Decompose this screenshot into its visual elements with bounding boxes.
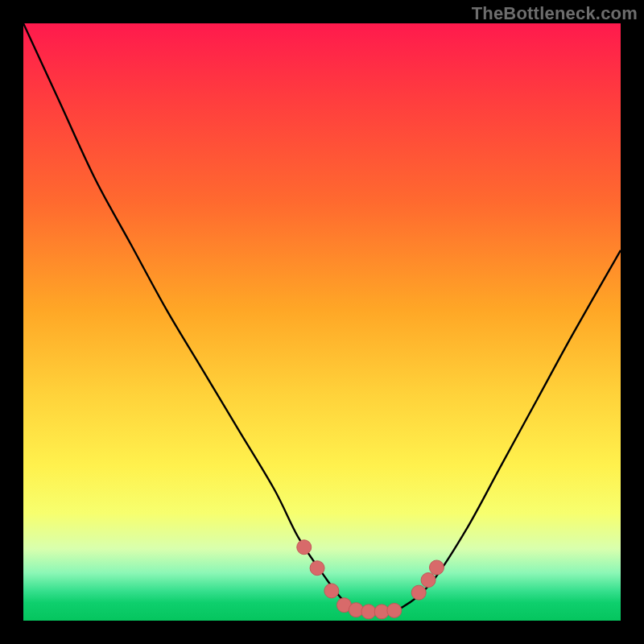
curve-marker: [297, 540, 312, 555]
curve-marker: [310, 561, 324, 576]
curve-marker: [349, 603, 363, 617]
curve-marker: [429, 560, 444, 575]
bottleneck-curve: [23, 23, 621, 614]
curve-marker: [324, 584, 339, 598]
curve-marker: [361, 605, 376, 619]
curve-marker: [421, 573, 436, 588]
plot-area: [23, 23, 621, 621]
curve-markers: [297, 540, 444, 619]
curve-marker: [387, 603, 402, 617]
chart-frame: TheBottleneck.com: [0, 0, 644, 644]
chart-svg: [23, 23, 621, 621]
watermark-text: TheBottleneck.com: [472, 3, 638, 24]
curve-marker: [411, 585, 426, 600]
